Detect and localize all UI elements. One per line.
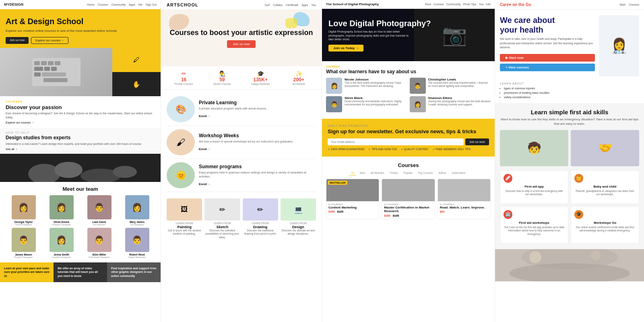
- review-content-2: Steve Black Great community and fantasti…: [345, 96, 407, 107]
- team-photo-5: 👩: [50, 228, 74, 252]
- subject-desc-2: Discover the traditional drawing from pe…: [243, 229, 278, 236]
- panel2-nav-collabs[interactable]: Collabs: [273, 4, 282, 6]
- review-2: 👨 Steve Black Great community and fantas…: [326, 96, 407, 112]
- feature-img-1: 🖌: [167, 129, 195, 155]
- newsletter-feat-0: ✓ 100% SPAM-GUARANTEED: [328, 148, 364, 151]
- p3-nav-you[interactable]: You: [479, 3, 484, 6]
- reviews-grid: 👩 Nicole Johnson This is the best online…: [326, 78, 491, 112]
- panel1-nav-apps[interactable]: Apps: [129, 3, 135, 6]
- team-name-6: Allen Miller: [81, 253, 117, 256]
- panel1-team-grid: 👩 Georgia Taylor UX/UI Designer 👩 Olivia…: [6, 195, 155, 258]
- p3-nav-community[interactable]: Community: [446, 3, 460, 6]
- skill-desc-3: Our online events conferences build skil…: [574, 226, 636, 233]
- panel1-image-row: 🖊 ✋: [0, 48, 161, 96]
- panel1-nav: MYDESIGN Home Courses Community Apps Me …: [0, 0, 161, 9]
- panel3-hero-btn[interactable]: Join us Today →: [328, 45, 363, 52]
- course-old-price-0: $295: [328, 210, 335, 213]
- team-name-7: Robert Reed: [119, 253, 155, 256]
- panel2-nav-you[interactable]: You: [311, 4, 316, 6]
- panel2-nav-cert[interactable]: Certificate: [286, 4, 299, 6]
- panel1-nav-community[interactable]: Community: [111, 3, 126, 6]
- review-content-0: Nicole Johnson This is the best online p…: [345, 78, 407, 88]
- feature-desc-0: A private education program starts with …: [199, 107, 267, 111]
- panel1-how-link[interactable]: See all →: [6, 148, 155, 151]
- review-3: 👩 Shannon Elkins Joining this photograph…: [410, 96, 491, 112]
- panel-care-on-the-go: Care♥ on the Go Start Courses We care ab…: [495, 0, 644, 322]
- panel1-hero: Art & Design School Explore our creative…: [0, 9, 161, 48]
- course-new-price-2: $50: [440, 210, 445, 213]
- skill-title-1: Baby and child: [574, 185, 636, 188]
- panel1-explore-btn[interactable]: Explore our courses →: [31, 37, 68, 44]
- learn-item-1: procedures of treating basic troubles: [504, 91, 639, 95]
- feature-link-2[interactable]: Enroll →: [199, 183, 211, 186]
- panel1-courses-link[interactable]: Explore our courses →: [6, 121, 155, 124]
- panel4-hero-btns: ▶ Start now + View courses: [500, 54, 595, 71]
- p3-nav-info[interactable]: Info: [486, 3, 491, 6]
- svg-rect-5: [34, 67, 43, 71]
- newsletter-btn[interactable]: Join us now!: [465, 138, 489, 145]
- course-price-0: $295 $195: [328, 210, 377, 213]
- panel1-nav-signout[interactable]: Sign Out: [146, 3, 157, 6]
- newsletter-input[interactable]: [328, 138, 464, 145]
- team-role-2: Art Director: [81, 223, 117, 226]
- panel1-nav-me[interactable]: Me: [138, 3, 142, 6]
- panel2-nav-surf[interactable]: Surf: [265, 4, 270, 6]
- panel1-dark-img: [0, 154, 161, 182]
- skill-title-3: Workshops Go: [574, 221, 636, 225]
- feature-link-1[interactable]: Enroll →: [199, 148, 211, 151]
- panel1-how-section: HOW TO HELP Design studies from experts …: [0, 128, 161, 154]
- courses-tab-1[interactable]: New: [358, 171, 367, 175]
- subject-name-2[interactable]: Drawing: [243, 225, 278, 229]
- panel3-nav-links: Root Courses Community Photo Tips You In…: [425, 3, 491, 6]
- courses-tab-6[interactable]: Author: [436, 171, 448, 175]
- subject-tag-3: LEARN FROM: [281, 222, 316, 225]
- course-name-1: Master Certification in Market Research: [384, 206, 432, 213]
- courses-tab-7[interactable]: Subscribers: [450, 171, 467, 175]
- courses-tab-2[interactable]: All Modules: [369, 171, 386, 175]
- courses-tab-5[interactable]: Top Courses: [416, 171, 435, 175]
- panel2-hero-btn[interactable]: Join us now: [227, 40, 255, 48]
- panel3-hero-title: Love Digital Photography?: [328, 19, 431, 28]
- team-photo-1: 👩: [50, 195, 74, 219]
- subject-2: ✏ LEARN FROM Drawing Discover the tradit…: [243, 198, 278, 239]
- courses-tab-4[interactable]: Popular: [401, 171, 414, 175]
- feature-link-0[interactable]: Enroll →: [199, 115, 211, 118]
- team-photo-2: 👨: [87, 195, 111, 219]
- subject-name-3[interactable]: Design: [281, 225, 316, 229]
- panel1-nav-home[interactable]: Home: [87, 3, 95, 6]
- p3-nav-root[interactable]: Root: [425, 3, 431, 6]
- subject-name-1[interactable]: Sketch: [204, 225, 240, 229]
- p3-nav-courses[interactable]: Courses: [433, 3, 444, 6]
- review-photo-0: 👩: [326, 78, 342, 94]
- team-role-4: Product Designer: [6, 256, 41, 258]
- skill-desc-0: Discover how to help in a first aid emer…: [504, 190, 565, 196]
- course-img-1: [382, 179, 434, 201]
- newsletter-features: ✓ 100% SPAM-GUARANTEED ✓ TIPS AND HOW-TO…: [328, 148, 489, 151]
- panel4-view-btn[interactable]: + View courses: [500, 64, 595, 71]
- course-info-2: E-COURSES Read. Watch. Learn. Improve. $…: [438, 201, 490, 215]
- p3-nav-photo[interactable]: Photo Tips: [463, 3, 476, 6]
- panel2-nav-apps[interactable]: Apps: [301, 4, 308, 6]
- courses-tab-0[interactable]: All: [349, 171, 356, 175]
- team-name-2: Liam Davis: [81, 221, 117, 223]
- panel2-stats: ✏ 16 Private Courses 👨‍🎨 59 Studio Class…: [161, 66, 322, 90]
- feature-content-1: Workshop Weeks We host a dozen of specia…: [199, 133, 293, 152]
- skill-desc-1: Parents, grandparents & caregivers can l…: [574, 190, 636, 196]
- svg-rect-3: [48, 61, 54, 65]
- skills-desc: Want to know how to use the key skills i…: [500, 117, 639, 126]
- panel4-start-btn[interactable]: ▶ Start now: [500, 54, 595, 62]
- panel1-nav-courses[interactable]: Courses: [98, 3, 108, 6]
- subject-name-0[interactable]: Painting: [167, 225, 202, 229]
- review-name-0: Nicole Johnson: [345, 78, 407, 81]
- review-text-3: Joining this photography school was the …: [428, 100, 491, 107]
- p4-nav-courses[interactable]: Courses: [629, 3, 639, 6]
- panel1-courses-desc: Ever dreamt of becoming a designer? Join…: [6, 111, 155, 120]
- courses-tab-3[interactable]: Trends: [388, 171, 400, 175]
- p4-nav-start[interactable]: Start: [619, 3, 625, 6]
- team-role-3: UX Designer: [119, 223, 155, 226]
- feature-title-0: Private Learning: [199, 100, 267, 105]
- feature-desc-1: We host a dozen of special workshops led…: [199, 140, 293, 144]
- team-name-5: Jenna Smith: [43, 253, 79, 256]
- panel1-join-btn[interactable]: Join us now: [6, 37, 29, 44]
- skills-image-row: 🧒 🤝: [500, 130, 639, 166]
